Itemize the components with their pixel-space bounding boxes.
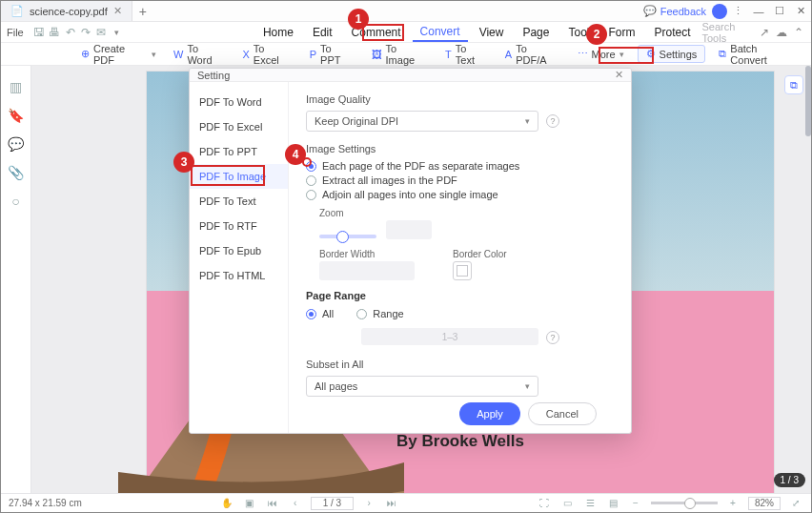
- border-color-label: Border Color: [453, 249, 507, 259]
- zoom-value-box[interactable]: [386, 220, 432, 239]
- view-mode-icon[interactable]: ▤: [605, 498, 620, 508]
- more-button[interactable]: ⋯More▾: [574, 46, 628, 62]
- thumbnails-icon[interactable]: ▥: [10, 79, 22, 94]
- save-icon[interactable]: 🖫: [33, 26, 45, 39]
- to-pdfa-button[interactable]: ATo PDF/A: [501, 41, 564, 68]
- modal-close-icon[interactable]: ✕: [615, 69, 623, 81]
- batch-convert-button[interactable]: ⧉Batch Convert: [715, 41, 800, 68]
- menu-form[interactable]: Form: [600, 24, 642, 41]
- to-image-label: To Image: [386, 43, 428, 66]
- close-tab-icon[interactable]: ✕: [113, 5, 122, 17]
- help-icon[interactable]: ?: [546, 114, 559, 128]
- cloud-icon[interactable]: ☁: [775, 26, 788, 39]
- page-dimensions: 27.94 x 21.59 cm: [9, 498, 82, 508]
- radio-icon: [306, 309, 316, 319]
- comments-icon[interactable]: 💬: [8, 136, 24, 152]
- apply-button[interactable]: Apply: [459, 402, 520, 425]
- to-ppt-button[interactable]: PTo PPT: [306, 41, 358, 68]
- menu-protect[interactable]: Protect: [646, 24, 698, 41]
- menu-edit[interactable]: Edit: [305, 24, 340, 41]
- search-panel-icon[interactable]: ○: [11, 194, 19, 209]
- modal-sidepane: PDF To Word PDF To Excel PDF To PPT PDF …: [190, 82, 289, 434]
- side-pdf-to-word[interactable]: PDF To Word: [190, 90, 288, 114]
- print-icon[interactable]: 🖶: [49, 26, 60, 39]
- redo-icon[interactable]: ↷: [80, 26, 91, 39]
- side-pdf-to-excel[interactable]: PDF To Excel: [190, 114, 288, 139]
- read-mode-icon[interactable]: ☰: [582, 498, 598, 508]
- opt-adjoin-pages[interactable]: Adjoin all pages into one single image: [306, 189, 614, 200]
- range-all[interactable]: All: [306, 308, 334, 319]
- next-page-icon[interactable]: ›: [361, 498, 376, 508]
- side-pdf-to-image[interactable]: PDF To Image: [190, 164, 288, 189]
- side-pdf-to-text[interactable]: PDF To Text: [190, 189, 288, 214]
- menu-page[interactable]: Page: [515, 24, 557, 41]
- range-input[interactable]: 1–3: [361, 328, 538, 345]
- batch-label: Batch Convert: [730, 43, 796, 66]
- add-tab-button[interactable]: +: [132, 4, 153, 19]
- file-menu[interactable]: File: [7, 27, 24, 38]
- undo-icon[interactable]: ↶: [64, 26, 75, 39]
- menu-home[interactable]: Home: [255, 24, 301, 41]
- border-width-input[interactable]: [319, 261, 415, 280]
- zoom-in-icon[interactable]: +: [725, 498, 741, 508]
- settings-button[interactable]: ⚙Settings: [638, 45, 706, 63]
- side-pdf-to-rtf[interactable]: PDF To RTF: [190, 214, 288, 238]
- user-avatar[interactable]: [712, 4, 727, 19]
- select-tool-icon[interactable]: ▣: [242, 498, 257, 508]
- side-pdf-to-html[interactable]: PDF To HTML: [190, 263, 288, 288]
- zoom-value[interactable]: 82%: [748, 497, 781, 510]
- image-quality-dropdown[interactable]: Keep Original DPI ▾: [306, 111, 538, 132]
- gear-icon: ⚙: [646, 48, 656, 60]
- vertical-scrollbar[interactable]: [803, 66, 811, 493]
- to-ppt-label: To PPT: [320, 43, 354, 66]
- to-excel-button[interactable]: XTo Excel: [239, 41, 296, 68]
- first-page-icon[interactable]: ⏮: [265, 498, 280, 508]
- to-word-label: To Word: [187, 43, 225, 66]
- hand-tool-icon[interactable]: ✋: [219, 498, 234, 508]
- border-color-picker[interactable]: [453, 261, 472, 280]
- help-icon[interactable]: ?: [546, 331, 559, 344]
- range-range[interactable]: Range: [356, 308, 403, 319]
- prev-page-icon[interactable]: ‹: [288, 498, 303, 508]
- page-number-input[interactable]: 1 / 3: [311, 497, 354, 510]
- fit-page-icon[interactable]: ▭: [559, 498, 575, 508]
- document-tab[interactable]: 📄 science-copy.pdf ✕: [1, 1, 132, 21]
- bookmark-icon[interactable]: 🔖: [8, 108, 24, 123]
- page-float-button[interactable]: ⧉: [784, 75, 803, 94]
- title-bar: 📄 science-copy.pdf ✕ + 💬 Feedback ⋮ — ☐ …: [1, 1, 811, 22]
- quickaccess-dropdown[interactable]: ▾: [111, 28, 122, 37]
- menu-convert[interactable]: Convert: [413, 23, 468, 42]
- ribbon-convert: ⊕Create PDF▾ WTo Word XTo Excel PTo PPT …: [1, 43, 811, 66]
- excel-icon: X: [243, 49, 250, 60]
- modal-content: Image Quality Keep Original DPI ▾ ? Imag…: [289, 82, 631, 434]
- kebab-icon[interactable]: ⋮: [727, 5, 748, 17]
- to-text-button[interactable]: TTo Text: [441, 41, 492, 68]
- to-image-button[interactable]: 🖼To Image: [368, 41, 432, 68]
- close-window-button[interactable]: ✕: [790, 5, 811, 17]
- side-pdf-to-ppt[interactable]: PDF To PPT: [190, 139, 288, 164]
- last-page-icon[interactable]: ⏭: [384, 498, 399, 508]
- zoom-slider[interactable]: [319, 235, 376, 238]
- minimize-button[interactable]: —: [748, 6, 769, 17]
- maximize-button[interactable]: ☐: [769, 5, 790, 17]
- fit-width-icon[interactable]: ⛶: [537, 498, 552, 508]
- to-excel-label: To Excel: [254, 43, 293, 66]
- cancel-label: Cancel: [546, 408, 579, 420]
- collapse-ribbon-icon[interactable]: ⌃: [792, 26, 805, 39]
- create-pdf-button[interactable]: ⊕Create PDF▾: [77, 41, 160, 68]
- zoom-out-icon[interactable]: −: [628, 498, 643, 508]
- zoom-slider[interactable]: [651, 502, 718, 504]
- to-word-button[interactable]: WTo Word: [170, 41, 229, 68]
- subset-dropdown[interactable]: All pages ▾: [306, 376, 538, 397]
- opt-each-page[interactable]: Each page of the PDF as separate images: [306, 160, 614, 172]
- feedback-button[interactable]: 💬 Feedback: [643, 5, 706, 17]
- cancel-button[interactable]: Cancel: [528, 402, 597, 425]
- attachments-icon[interactable]: 📎: [8, 165, 24, 180]
- opt-extract-images[interactable]: Extract all images in the PDF: [306, 174, 614, 186]
- mail-icon[interactable]: ✉: [95, 26, 107, 39]
- scrollbar-thumb[interactable]: [805, 66, 811, 136]
- share-icon[interactable]: ↗: [758, 26, 771, 39]
- fullscreen-icon[interactable]: ⤢: [788, 498, 803, 508]
- menu-view[interactable]: View: [472, 24, 512, 41]
- side-pdf-to-epub[interactable]: PDF To Epub: [190, 238, 288, 263]
